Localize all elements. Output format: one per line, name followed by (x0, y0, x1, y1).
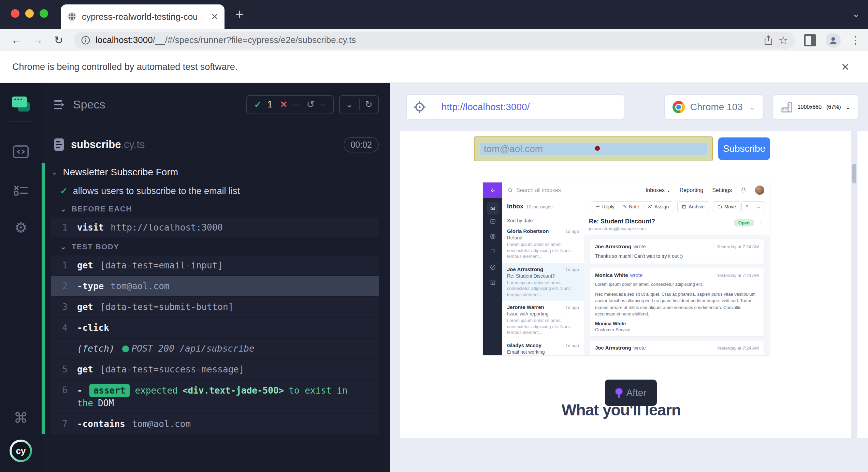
aut-panel: http://localhost:3000/ Chrome 103 ⌄ 1000… (390, 83, 868, 472)
command-number: 2 (51, 280, 77, 292)
back-button[interactable]: ← (8, 34, 25, 46)
note-button[interactable]: ✎Note (619, 204, 643, 209)
next-message-button[interactable]: ⌄ (752, 204, 765, 209)
command-row-click[interactable]: 4 -click (51, 318, 379, 338)
cypress-logo[interactable]: cy (0, 440, 42, 462)
inbox-sidebar: ⁘ ✉ (483, 182, 502, 355)
chrome-icon (672, 101, 685, 113)
user-avatar[interactable] (755, 186, 764, 195)
search-input[interactable]: Search all inboxes (516, 187, 642, 193)
banner-close-icon[interactable]: ✕ (841, 61, 850, 73)
rail-divider (9, 121, 33, 122)
list-item[interactable]: Jerome Warren1d ago Issue with reporting… (502, 301, 584, 339)
message-list: Sort by date Gloria Robertson1d ago Refu… (502, 215, 584, 355)
inbox-mail-icon[interactable]: ✉ (487, 202, 499, 215)
command-row-assert[interactable]: 6 6 -assertexpected<div.text-jade-500>to… (51, 380, 379, 413)
passed-icon: ✓ (254, 99, 262, 110)
browser-tab[interactable]: cypress-realworld-testing-cou ✕ (61, 4, 225, 29)
test-body-hook[interactable]: ⌄ TEST BODY (51, 238, 379, 255)
command-row-visit[interactable]: 1 visithttp://localhost:3000 (51, 218, 379, 237)
collapse-all-button[interactable]: ⌄ (340, 99, 359, 110)
rail-specs-icon[interactable] (0, 145, 42, 159)
archive-icon[interactable] (490, 218, 496, 224)
prev-message-button[interactable]: ^ (742, 204, 752, 209)
aut-url-bar: http://localhost:3000/ (406, 94, 624, 120)
chevron-down-icon: ⌄ (60, 242, 67, 251)
maximize-window-button[interactable] (40, 9, 48, 18)
suite-row[interactable]: ⌄ Newsletter Subscribe Form (51, 163, 379, 181)
aut-url-input[interactable]: http://localhost:3000/ (433, 102, 530, 113)
command-row-get-submit[interactable]: 3 get[data-test=submit-button] (51, 297, 379, 317)
new-tab-button[interactable]: + (235, 6, 244, 23)
assert-tail: DOM (98, 398, 114, 408)
tab-list-chevron-icon[interactable]: ⌄ (852, 8, 860, 19)
archive-button[interactable]: Archive (677, 201, 709, 212)
after-tooltip: After (605, 380, 657, 406)
command-row-fetch-event[interactable]: (fetch)POST 200 /api/subscribe (51, 339, 379, 358)
pending-icon: ↺ (307, 99, 315, 110)
nav-reporting[interactable]: Reporting (680, 187, 703, 193)
browser-selector[interactable]: Chrome 103 ⌄ (664, 94, 764, 120)
block-icon[interactable] (490, 264, 496, 270)
rail-keyboard-shortcuts-icon[interactable]: ⌘ (0, 411, 42, 425)
rail-settings-gear-icon[interactable]: ⚙ (0, 221, 42, 235)
sort-by-date[interactable]: Sort by date (502, 215, 584, 225)
list-item[interactable]: Gladys Mccoy1d ago Email not working Lor… (502, 339, 584, 355)
email-input[interactable]: tom@aol.com (480, 143, 707, 155)
nav-inboxes[interactable]: Inboxes ⌄ (646, 187, 671, 193)
command-number: 7 (51, 418, 77, 430)
bookmark-star-icon[interactable]: ☆ (778, 35, 788, 46)
list-item[interactable]: Gloria Robertson1d ago Refund Lorem ipsu… (502, 225, 584, 263)
globe-icon (67, 12, 77, 22)
log-header-buttons: ⌄ ↻ (339, 95, 379, 114)
viewport-selector[interactable]: 1000x660 (67%) ⌄ (772, 94, 858, 120)
assign-button[interactable]: Assign (643, 204, 673, 209)
rail-runs-icon[interactable] (0, 183, 42, 197)
share-icon[interactable] (763, 35, 773, 46)
list-item-selected[interactable]: Joe Armstrong1d ago Re: Student Discount… (502, 263, 584, 301)
rail-active-browser-icon[interactable] (0, 97, 42, 112)
bell-icon[interactable] (741, 187, 746, 193)
forward-button[interactable]: → (29, 34, 46, 46)
specs-title: Specs (73, 98, 246, 111)
flag-icon[interactable] (490, 249, 496, 255)
status-badge[interactable]: Open (734, 219, 754, 226)
rerun-tests-button[interactable]: ↻ (359, 99, 378, 110)
profile-avatar[interactable] (826, 33, 841, 48)
command-row-get-email[interactable]: 1 get[data-test=email-input] (51, 255, 379, 275)
before-each-hook[interactable]: ⌄ BEFORE EACH (51, 201, 379, 218)
specs-list-icon[interactable] (53, 99, 67, 111)
subscribe-button[interactable]: Subscribe (718, 137, 770, 160)
page-info-icon[interactable] (81, 35, 91, 45)
spec-file-row[interactable]: subscribe.cy.ts 00:02 (42, 126, 390, 163)
reply-button[interactable]: ↩Reply (592, 204, 619, 209)
compose-icon[interactable] (490, 280, 496, 285)
command-row-type[interactable]: 2 -typetom@aol.com (51, 276, 379, 296)
move-button[interactable]: Move (713, 201, 740, 212)
address-bar[interactable]: localhost:3000/__/#/specs/runner?file=cy… (74, 32, 795, 49)
command-arg: tom@aol.com (111, 281, 169, 291)
spec-duration-badge: 00:02 (344, 137, 379, 152)
side-panel-icon[interactable] (804, 34, 816, 46)
command-number: 6 (51, 384, 77, 409)
close-window-button[interactable] (11, 9, 19, 18)
assign-person-icon (648, 204, 652, 209)
inbox-app-logo: ⁘ (483, 182, 502, 198)
test-row[interactable]: ✓ allows users to subscribe to the email… (51, 181, 379, 201)
command-row-contains[interactable]: 7 -containstom@aol.com (51, 414, 379, 434)
aut-scrollbar-track[interactable] (851, 131, 857, 438)
command-row-get-success[interactable]: 5 get[data-test=success-message] (51, 359, 379, 379)
browser-menu-icon[interactable]: ⋮ (850, 34, 860, 46)
reload-button[interactable]: ↻ (50, 34, 68, 47)
aut-scrollbar-thumb[interactable] (852, 164, 856, 183)
passed-count: 1 (267, 99, 273, 110)
cypress-command-log: Specs ✓ 1 ✕ -- ↺ -- ⌄ ↻ subscrib (42, 83, 390, 472)
prev-next-group: ^ ⌄ (741, 201, 765, 212)
message-menu-icon[interactable]: ⋮ (758, 219, 764, 225)
nav-settings[interactable]: Settings (712, 187, 732, 193)
contact-icon[interactable] (490, 234, 496, 239)
selector-playground-button[interactable] (407, 95, 433, 119)
tab-close-icon[interactable]: ✕ (211, 12, 218, 22)
inbox-subheader: Inbox 12 messages ↩Reply ✎Note Assign (502, 198, 770, 215)
minimize-window-button[interactable] (25, 9, 34, 18)
